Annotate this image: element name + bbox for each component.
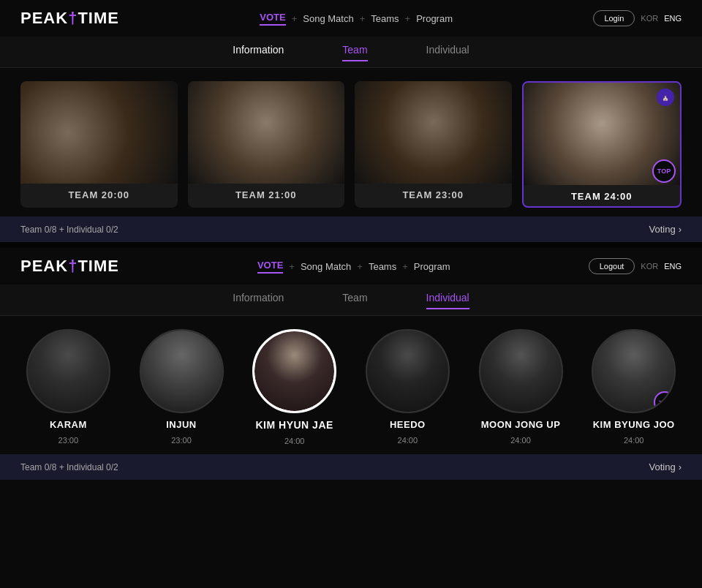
nav-teams[interactable]: Teams xyxy=(371,13,399,24)
bottom-nav-song-match[interactable]: Song Match xyxy=(301,261,351,272)
team-card-2400[interactable]: ⛪ TOP TEAM 24:00 xyxy=(522,81,682,208)
name-moon: MOON JONG UP xyxy=(481,419,561,430)
individual-card-injun[interactable]: INJUN 23:00 xyxy=(128,329,235,445)
bottom-nav-teams[interactable]: Teams xyxy=(369,261,396,272)
logout-button[interactable]: Logout xyxy=(589,258,635,274)
top-nav-right: Login KOR ENG xyxy=(593,10,682,26)
bottom-nav-right: Logout KOR ENG xyxy=(589,258,682,274)
tab-team-bottom[interactable]: Team xyxy=(342,292,367,309)
bottom-tabs-row: Information Team Individual xyxy=(0,284,702,316)
bottom-nav-links: VOTE + Song Match + Teams + Program xyxy=(257,260,450,274)
nav-sep2: + xyxy=(360,13,366,24)
name-karam: KARAM xyxy=(50,419,87,430)
bottom-logo: PEAK†TIME xyxy=(20,257,119,276)
individual-cards-row: KARAM 23:00 INJUN 23:00 KIM HYUN JAE 24:… xyxy=(0,316,702,454)
bottom-vote-count: Team 0/8 + Individual 0/2 xyxy=(20,462,118,472)
name-heedo: HEEDO xyxy=(390,419,426,430)
team-card-2000[interactable]: TEAM 20:00 xyxy=(20,81,178,208)
bottom-nav-sep2: + xyxy=(357,261,363,272)
top-section: PEAK†TIME VOTE + Song Match + Teams + Pr… xyxy=(0,0,702,242)
login-button[interactable]: Login xyxy=(593,10,635,26)
avatar-karam xyxy=(26,329,110,413)
nav-program[interactable]: Program xyxy=(416,13,453,24)
name-kim-byung-joo: KIM BYUNG JOO xyxy=(593,419,675,430)
top-voting-label: Voting xyxy=(649,224,676,235)
time-injun: 23:00 xyxy=(171,436,192,445)
avatar-heedo xyxy=(366,329,450,413)
tab-information-bottom[interactable]: Information xyxy=(233,292,284,309)
top-vote-count: Team 0/8 + Individual 0/2 xyxy=(20,225,118,235)
bottom-nav-vote[interactable]: VOTE xyxy=(257,260,283,274)
time-kim-hyun-jae: 24:00 xyxy=(284,437,305,445)
tab-individual-bottom[interactable]: Individual xyxy=(426,292,469,309)
time-kim-byung-joo: 24:00 xyxy=(624,436,644,445)
top-badge-small: ⛪ xyxy=(657,88,674,106)
bottom-voting-arrow: › xyxy=(679,461,682,472)
top-badge-individual: TOP xyxy=(654,391,676,413)
top-badge-team: TOP xyxy=(652,159,676,183)
bottom-lang-kor[interactable]: KOR xyxy=(641,262,658,271)
team-cards-row: TEAM 20:00 TEAM 21:00 TEAM 23:00 ⛪ TOP T… xyxy=(0,68,702,216)
bottom-status-bar: Team 0/8 + Individual 0/2 Voting › xyxy=(0,454,702,480)
bottom-voting-label: Voting xyxy=(649,461,676,472)
individual-card-heedo[interactable]: HEEDO 24:00 xyxy=(354,329,461,445)
time-moon: 24:00 xyxy=(510,436,531,445)
team-card-2100[interactable]: TEAM 21:00 xyxy=(188,81,345,208)
name-injun: INJUN xyxy=(166,419,197,430)
bottom-voting-link[interactable]: Voting › xyxy=(649,461,682,472)
avatar-moon xyxy=(479,329,563,413)
team-label-2100: TEAM 21:00 xyxy=(188,184,345,205)
top-navbar: PEAK†TIME VOTE + Song Match + Teams + Pr… xyxy=(0,0,702,37)
name-kim-hyun-jae: KIM HYUN JAE xyxy=(256,419,333,431)
bottom-nav-sep1: + xyxy=(289,261,295,272)
bottom-section: PEAK†TIME VOTE + Song Match + Teams + Pr… xyxy=(0,248,702,480)
nav-sep3: + xyxy=(405,13,411,24)
bottom-lang-eng[interactable]: ENG xyxy=(664,262,682,271)
tab-information-top[interactable]: Information xyxy=(233,44,284,61)
team-label-2300: TEAM 23:00 xyxy=(355,184,512,205)
bottom-nav-sep3: + xyxy=(402,261,408,272)
avatar-kim-hyun-jae xyxy=(252,329,336,413)
nav-vote[interactable]: VOTE xyxy=(260,12,285,26)
top-tabs-row: Information Team Individual xyxy=(0,37,702,68)
bottom-navbar: PEAK†TIME VOTE + Song Match + Teams + Pr… xyxy=(0,248,702,284)
lang-eng[interactable]: ENG xyxy=(664,14,682,23)
top-logo: PEAK†TIME xyxy=(20,9,119,28)
individual-card-karam[interactable]: KARAM 23:00 xyxy=(15,329,122,445)
time-karam: 23:00 xyxy=(58,436,79,445)
team-label-2000: TEAM 20:00 xyxy=(20,184,178,205)
section-divider xyxy=(0,242,702,248)
avatar-kim-byung-joo: TOP xyxy=(592,329,676,413)
team-label-2400: TEAM 24:00 xyxy=(524,185,681,206)
top-voting-arrow: › xyxy=(679,224,682,235)
individual-card-kim-byung-joo[interactable]: TOP KIM BYUNG JOO 24:00 xyxy=(580,329,687,445)
team-card-2300[interactable]: TEAM 23:00 xyxy=(355,81,512,208)
top-voting-link[interactable]: Voting › xyxy=(649,224,682,235)
tab-individual-top[interactable]: Individual xyxy=(426,44,469,61)
time-heedo: 24:00 xyxy=(398,436,418,445)
lang-kor[interactable]: KOR xyxy=(641,14,658,23)
individual-card-kim-hyun-jae[interactable]: KIM HYUN JAE 24:00 xyxy=(241,329,348,445)
individual-card-moon[interactable]: MOON JONG UP 24:00 xyxy=(467,329,575,445)
nav-sep1: + xyxy=(292,13,298,24)
tab-team-top[interactable]: Team xyxy=(342,44,367,61)
top-status-bar: Team 0/8 + Individual 0/2 Voting › xyxy=(0,216,702,242)
bottom-nav-program[interactable]: Program xyxy=(414,261,450,272)
nav-song-match[interactable]: Song Match xyxy=(303,13,353,24)
avatar-injun xyxy=(140,329,224,413)
top-nav-links: VOTE + Song Match + Teams + Program xyxy=(260,12,453,26)
